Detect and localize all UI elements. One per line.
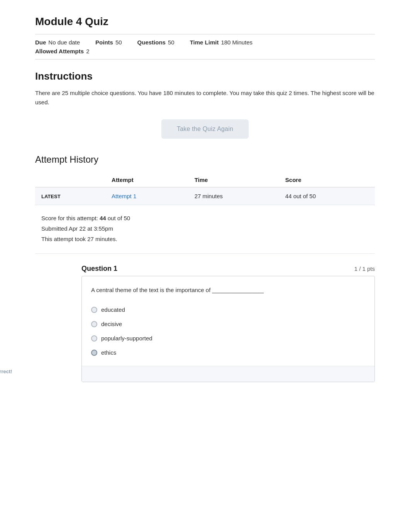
instructions-heading: Instructions	[35, 70, 375, 82]
summary-score-line: Score for this attempt: 44 out of 50	[41, 213, 369, 223]
answer-option-4: ethics	[91, 345, 365, 360]
col-tag	[35, 173, 105, 187]
allowed-attempts-meta: Allowed Attempts 2	[35, 48, 89, 54]
attempt-link[interactable]: Attempt 1	[112, 193, 136, 199]
question-1-text: A central theme of the text is the impor…	[91, 286, 365, 295]
col-score: Score	[279, 173, 375, 187]
quiz-meta-row-1: Due No due date Points 50 Questions 50 T…	[35, 39, 375, 46]
allowed-attempts-label: Allowed Attempts	[35, 48, 84, 54]
answer-option-2: decisive	[91, 317, 365, 331]
question-1-title: Question 1	[81, 265, 117, 273]
question-1-box: A central theme of the text is the impor…	[81, 276, 375, 382]
answer-option-3: popularly-supported	[91, 331, 365, 345]
question-1-wrapper: A central theme of the text is the impor…	[35, 276, 375, 382]
take-quiz-again-button[interactable]: Take the Quiz Again	[161, 119, 249, 139]
time-limit-meta: Time Limit 180 Minutes	[190, 39, 252, 46]
attempt-summary: Score for this attempt: 44 out of 50 Sub…	[35, 205, 375, 254]
summary-score-prefix: Score for this attempt:	[41, 215, 98, 221]
question-1-section: Question 1 1 / 1 pts A central theme of …	[35, 265, 375, 382]
answer-option-1: educated	[91, 303, 365, 317]
radio-ethics[interactable]	[91, 350, 97, 356]
points-label: Points	[95, 39, 113, 46]
radio-educated[interactable]	[91, 307, 97, 313]
questions-label: Questions	[137, 39, 166, 46]
answer-options: educated decisive popularly-supported	[91, 303, 365, 360]
points-value: 50	[115, 39, 122, 46]
latest-badge: LATEST	[41, 194, 61, 199]
time-limit-label: Time Limit	[190, 39, 219, 46]
time-limit-value: 180 Minutes	[221, 39, 252, 46]
answer-label-educated: educated	[101, 306, 125, 313]
question-1-points: 1 / 1 pts	[354, 265, 375, 272]
table-header-row: Attempt Time Score	[35, 173, 375, 187]
points-meta: Points 50	[95, 39, 122, 46]
question-1-footer	[82, 366, 374, 382]
summary-score-suffix-text: out of 50	[108, 215, 130, 221]
take-quiz-btn-container: Take the Quiz Again	[35, 119, 375, 139]
questions-value: 50	[168, 39, 175, 46]
col-attempt: Attempt	[105, 173, 188, 187]
due-label: Due	[35, 39, 46, 46]
answer-label-ethics: ethics	[101, 349, 116, 356]
instructions-text: There are 25 multiple choice questions. …	[35, 88, 375, 107]
quiz-title: Module 4 Quiz	[35, 15, 375, 28]
allowed-attempts-value: 2	[86, 48, 89, 54]
quiz-meta-bar: Due No due date Points 50 Questions 50 T…	[35, 34, 375, 59]
table-row: LATEST Attempt 1 27 minutes 44 out of 50	[35, 187, 375, 205]
attempt-time: 27 minutes	[195, 193, 223, 199]
due-value: No due date	[48, 39, 80, 46]
answer-label-decisive: decisive	[101, 321, 122, 327]
correct-label: Correct!	[0, 369, 12, 374]
col-time: Time	[188, 173, 279, 187]
attempt-history-heading: Attempt History	[35, 154, 375, 165]
summary-submitted: Submitted Apr 22 at 3:55pm	[41, 223, 369, 234]
due-meta: Due No due date	[35, 39, 80, 46]
quiz-meta-row-2: Allowed Attempts 2	[35, 48, 375, 54]
question-1-body: A central theme of the text is the impor…	[82, 276, 374, 366]
summary-score-value: 44	[100, 215, 106, 221]
attempt-score: 44 out of 50	[285, 193, 316, 199]
radio-decisive[interactable]	[91, 321, 97, 327]
radio-popularly[interactable]	[91, 335, 97, 342]
answer-label-popularly: popularly-supported	[101, 335, 152, 342]
attempt-history-table: Attempt Time Score LATEST Attempt 1 27 m…	[35, 173, 375, 205]
questions-meta: Questions 50	[137, 39, 175, 46]
question-1-header: Question 1 1 / 1 pts	[35, 265, 375, 276]
summary-duration: This attempt took 27 minutes.	[41, 234, 369, 244]
